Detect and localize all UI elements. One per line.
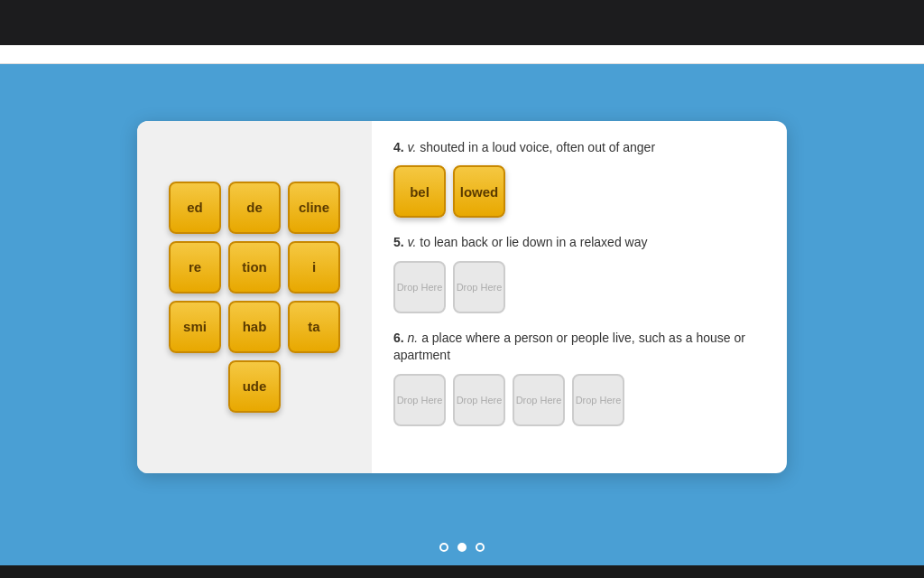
filled-tile[interactable]: bel [393,165,446,218]
pagination-dot-3[interactable] [476,543,485,552]
main-game-area: eddeclineretionismihabtaude 4. v. shoute… [0,64,924,529]
definition-header: 6. n. a place where a person or people l… [393,330,765,365]
pagination [0,529,924,565]
tile-row: retioni [169,241,340,294]
filled-tile[interactable]: lowed [453,165,505,218]
menu-button[interactable] [881,8,910,37]
letter-tile[interactable]: i [288,241,340,294]
drop-zone[interactable]: Drop Here [393,374,446,426]
tile-row: ude [228,360,281,413]
letter-tile[interactable]: ude [228,360,281,413]
letter-tile[interactable]: ta [288,301,340,353]
letter-tile[interactable]: tion [228,241,281,294]
letter-tile[interactable]: hab [228,301,281,353]
tile-row: smihabta [169,301,340,353]
definition-item-3: 6. n. a place where a person or people l… [393,330,765,426]
drop-zone[interactable]: Drop Here [513,374,565,426]
definition-header: 4. v. shouted in a loud voice, often out… [393,139,765,157]
letter-tile[interactable]: de [228,182,281,234]
pagination-dot-2[interactable] [457,543,467,552]
back-button[interactable] [14,8,43,37]
drop-zone[interactable]: Drop Here [393,261,446,313]
game-panel: eddeclineretionismihabtaude 4. v. shoute… [137,121,787,473]
drop-row: bellowed [393,165,765,218]
drop-row: Drop HereDrop Here [393,261,765,313]
instructions-text [0,45,924,64]
drop-zone[interactable]: Drop Here [453,261,505,313]
definition-header: 5. v. to lean back or lie down in a rela… [393,234,765,252]
definition-item-2: 5. v. to lean back or lie down in a rela… [393,234,765,313]
drop-zone[interactable]: Drop Here [572,374,624,426]
letter-tile[interactable]: ed [169,182,221,234]
letter-tile[interactable]: smi [169,301,221,353]
drop-row: Drop HereDrop HereDrop HereDrop Here [393,374,765,426]
letter-tile[interactable]: re [169,241,221,294]
tiles-area: eddeclineretionismihabtaude [137,121,372,473]
tile-row: eddecline [169,182,340,234]
topbar [0,0,924,45]
definition-item-1: 4. v. shouted in a loud voice, often out… [393,139,765,219]
definitions-area: 4. v. shouted in a loud voice, often out… [372,121,787,473]
pagination-dot-1[interactable] [439,543,448,552]
drop-zone[interactable]: Drop Here [453,374,505,426]
letter-tile[interactable]: cline [288,182,340,234]
